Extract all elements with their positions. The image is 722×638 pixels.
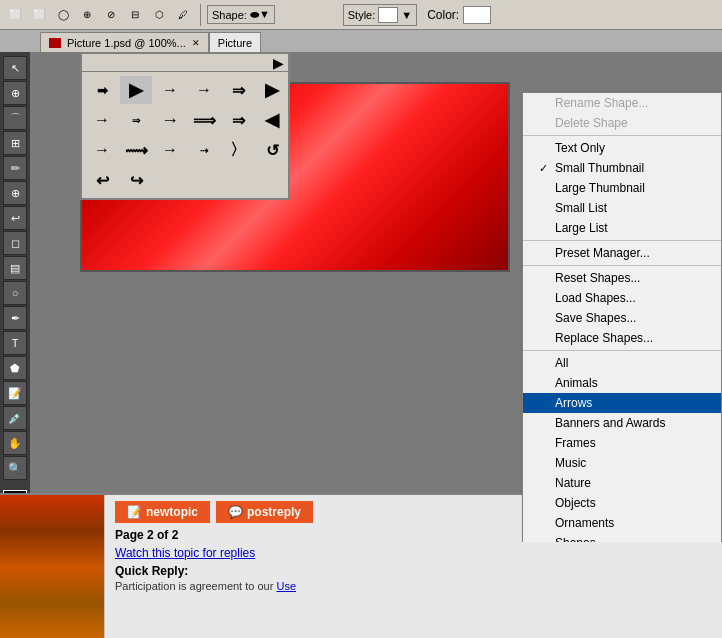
menu-banners-awards[interactable]: Banners and Awards	[523, 413, 721, 433]
menu-music[interactable]: Music	[523, 453, 721, 473]
shape-2-2[interactable]: ⇒	[120, 106, 152, 134]
picker-menu-icon[interactable]: ▶	[273, 55, 284, 71]
menu-animals[interactable]: Animals	[523, 373, 721, 393]
tab-psd[interactable]: Picture 1.psd @ 100%... ✕	[40, 32, 209, 52]
tool-crop[interactable]: ⊞	[3, 131, 27, 155]
tool-eraser[interactable]: ◻	[3, 231, 27, 255]
postreply-label: postreply	[247, 505, 301, 519]
tool-stamp[interactable]: ⊕	[3, 181, 27, 205]
tool-move[interactable]: ↖	[3, 56, 27, 80]
menu-shapes[interactable]: Shapes	[523, 533, 721, 542]
objects-label: Objects	[555, 496, 596, 510]
shape-2-1[interactable]: →	[86, 106, 118, 134]
shape-2-3[interactable]: →	[154, 106, 186, 134]
tool-btn-4[interactable]: ⊕	[76, 4, 98, 26]
shape-2-5[interactable]: ⇒	[222, 106, 254, 134]
menu-large-list[interactable]: Large List	[523, 218, 721, 238]
menu-save-shapes[interactable]: Save Shapes...	[523, 308, 721, 328]
color-label: Color:	[427, 8, 459, 22]
tool-shape[interactable]: ⬟	[3, 356, 27, 380]
tool-zoom[interactable]: 🔍	[3, 456, 27, 480]
tool-notes[interactable]: 📝	[3, 381, 27, 405]
shape-label: Shape:	[212, 9, 247, 21]
tool-burn[interactable]: ○	[3, 281, 27, 305]
menu-small-thumbnail[interactable]: ✓ Small Thumbnail	[523, 158, 721, 178]
menu-all[interactable]: All	[523, 353, 721, 373]
shape-icon: ⬬▼	[250, 8, 270, 21]
menu-reset-shapes[interactable]: Reset Shapes...	[523, 268, 721, 288]
shape-3-1[interactable]: →	[86, 136, 118, 164]
shape-right-arrow-3[interactable]: →	[154, 76, 186, 104]
canvas-area: ▶ ➡ ▶ → → ⇒ ▶ → ⇒ → ⟹ ⇒ ◀ → ⟿ →	[30, 52, 722, 542]
shape-selector[interactable]: Shape: ⬬▼	[207, 5, 275, 24]
postreply-button[interactable]: 💬 postreply	[216, 501, 313, 523]
tab-close-psd[interactable]: ✕	[192, 38, 200, 48]
quick-reply-label: Quick Reply:	[115, 564, 712, 578]
animals-label: Animals	[555, 376, 598, 390]
tool-btn-7[interactable]: ⬡	[148, 4, 170, 26]
large-thumbnail-label: Large Thumbnail	[555, 181, 645, 195]
shape-4-1[interactable]: ↩	[86, 166, 118, 194]
tool-hand[interactable]: ✋	[3, 431, 27, 455]
main-area: ↖ ⊕ ⌒ ⊞ ✏ ⊕ ↩ ◻ ▤ ○ ✒ T ⬟ 📝 💉 ✋ 🔍 ▶ ➡ ▶	[0, 52, 722, 542]
shape-4-2[interactable]: ↪	[120, 166, 152, 194]
menu-delete-shape[interactable]: Delete Shape	[523, 113, 721, 133]
shape-3-6[interactable]: ↺	[256, 136, 288, 164]
tab-picture[interactable]: Picture	[209, 32, 261, 52]
tool-btn-1[interactable]: ⬜	[4, 4, 26, 26]
menu-objects[interactable]: Objects	[523, 493, 721, 513]
shape-3-5[interactable]: 〉	[222, 136, 254, 164]
tool-gradient[interactable]: ▤	[3, 256, 27, 280]
tool-eyedrop[interactable]: 💉	[3, 406, 27, 430]
menu-rename-shape[interactable]: Rename Shape...	[523, 93, 721, 113]
tool-group-1: ⬜ ⬜ ◯ ⊕ ⊘ ⊟ ⬡ 🖊	[4, 4, 201, 26]
shape-right-arrow-2[interactable]: ▶	[120, 76, 152, 104]
arrows-label: Arrows	[555, 396, 592, 410]
shape-3-2[interactable]: ⟿	[120, 136, 152, 164]
menu-ornaments[interactable]: Ornaments	[523, 513, 721, 533]
tab-label-psd: Picture 1.psd @ 100%...	[67, 37, 186, 49]
menu-arrows[interactable]: Arrows	[523, 393, 721, 413]
tool-history[interactable]: ↩	[3, 206, 27, 230]
tool-select[interactable]: ⊕	[3, 81, 27, 105]
style-selector[interactable]: Style: ▼	[343, 4, 417, 26]
tool-pen[interactable]: ✒	[3, 306, 27, 330]
shape-2-4[interactable]: ⟹	[188, 106, 220, 134]
text-only-label: Text Only	[555, 141, 605, 155]
shape-right-arrow-1[interactable]: ➡	[86, 76, 118, 104]
shape-grid: ➡ ▶ → → ⇒ ▶ → ⇒ → ⟹ ⇒ ◀ → ⟿ → ⇢ 〉 ↺	[82, 72, 288, 198]
shape-2-6[interactable]: ◀	[256, 106, 288, 134]
sep-1	[523, 135, 721, 136]
ornaments-label: Ornaments	[555, 516, 614, 530]
newtopic-label: newtopic	[146, 505, 198, 519]
watch-topic-link[interactable]: Watch this topic for replies	[115, 546, 712, 560]
tool-btn-5[interactable]: ⊘	[100, 4, 122, 26]
tool-btn-3[interactable]: ◯	[52, 4, 74, 26]
tab-label-picture: Picture	[218, 37, 252, 49]
menu-nature[interactable]: Nature	[523, 473, 721, 493]
menu-small-list[interactable]: Small List	[523, 198, 721, 218]
shape-3-4[interactable]: ⇢	[188, 136, 220, 164]
menu-load-shapes[interactable]: Load Shapes...	[523, 288, 721, 308]
color-picker[interactable]	[463, 6, 491, 24]
shape-right-arrow-5[interactable]: ⇒	[222, 76, 254, 104]
tool-btn-8[interactable]: 🖊	[172, 4, 194, 26]
tool-btn-6[interactable]: ⊟	[124, 4, 146, 26]
shape-3-3[interactable]: →	[154, 136, 186, 164]
psd-icon	[49, 38, 61, 48]
tool-lasso[interactable]: ⌒	[3, 106, 27, 130]
left-panel: ↖ ⊕ ⌒ ⊞ ✏ ⊕ ↩ ◻ ▤ ○ ✒ T ⬟ 📝 💉 ✋ 🔍	[0, 52, 30, 542]
tool-text[interactable]: T	[3, 331, 27, 355]
menu-large-thumbnail[interactable]: Large Thumbnail	[523, 178, 721, 198]
tool-brush[interactable]: ✏	[3, 156, 27, 180]
participation-label: Participation is agreement to our	[115, 580, 273, 592]
shape-right-arrow-6[interactable]: ▶	[256, 76, 288, 104]
use-link[interactable]: Use	[276, 580, 296, 592]
menu-text-only[interactable]: Text Only	[523, 138, 721, 158]
shape-right-arrow-4[interactable]: →	[188, 76, 220, 104]
newtopic-button[interactable]: 📝 newtopic	[115, 501, 210, 523]
menu-frames[interactable]: Frames	[523, 433, 721, 453]
menu-replace-shapes[interactable]: Replace Shapes...	[523, 328, 721, 348]
menu-preset-manager[interactable]: Preset Manager...	[523, 243, 721, 263]
tool-btn-2[interactable]: ⬜	[28, 4, 50, 26]
